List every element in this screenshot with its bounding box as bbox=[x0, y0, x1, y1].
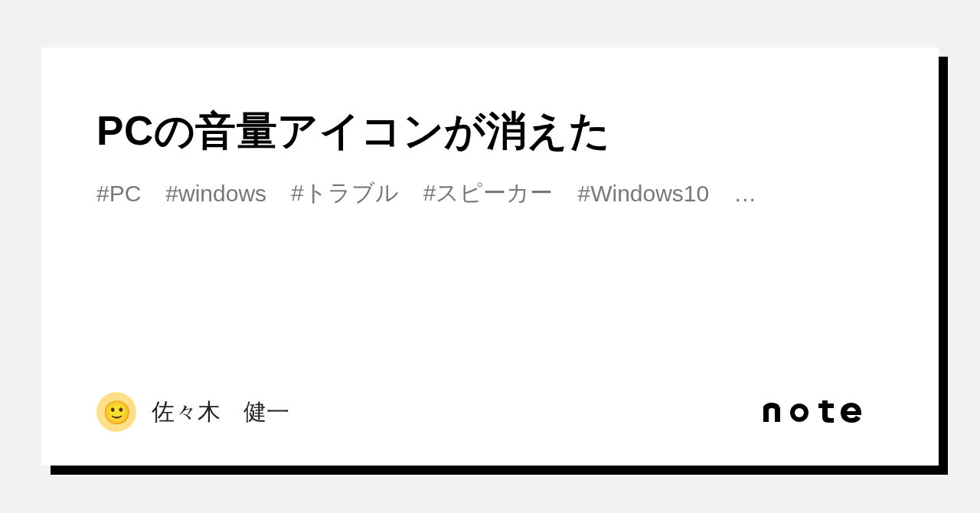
avatar-emoji-icon: 🙂 bbox=[103, 399, 131, 426]
tag[interactable]: #Windows10 bbox=[577, 181, 709, 207]
author-name: 佐々木 健一 bbox=[152, 397, 289, 428]
card-footer: 🙂 佐々木 健一 bbox=[96, 392, 884, 432]
tags-overflow-icon: … bbox=[733, 181, 758, 207]
tag[interactable]: #スピーカー bbox=[423, 178, 554, 209]
tag[interactable]: #トラブル bbox=[291, 178, 399, 209]
note-logo-icon bbox=[761, 400, 884, 423]
tag[interactable]: #windows bbox=[165, 181, 266, 207]
tag[interactable]: #PC bbox=[96, 181, 141, 207]
svg-point-1 bbox=[795, 408, 804, 417]
article-title: PCの音量アイコンが消えた bbox=[96, 103, 884, 159]
article-card[interactable]: PCの音量アイコンが消えた #PC #windows #トラブル #スピーカー … bbox=[41, 47, 939, 466]
note-logo bbox=[761, 400, 884, 423]
avatar: 🙂 bbox=[96, 392, 136, 432]
tag-list: #PC #windows #トラブル #スピーカー #Windows10 … bbox=[96, 178, 884, 209]
spacer bbox=[96, 209, 884, 392]
card-body: PCの音量アイコンが消えた #PC #windows #トラブル #スピーカー … bbox=[41, 47, 939, 466]
author-block[interactable]: 🙂 佐々木 健一 bbox=[96, 392, 289, 432]
